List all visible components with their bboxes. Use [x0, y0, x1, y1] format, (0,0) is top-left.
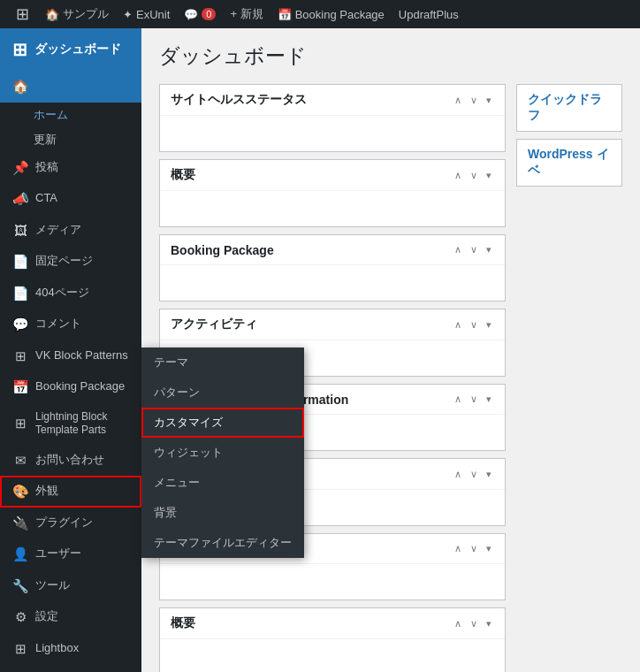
contact-icon: ✉ [12, 452, 28, 470]
sidebar-item-comments[interactable]: 💬 コメント [0, 309, 141, 340]
dropdown-widgets[interactable]: ウィジェット [141, 438, 304, 468]
widget-booking-controls: ∧ ∨ ▾ [452, 242, 494, 257]
widget-site-health-controls: ∧ ∨ ▾ [452, 93, 494, 108]
booking-sidebar-icon: 📅 [12, 378, 28, 396]
404-icon: 📄 [12, 285, 28, 302]
widget-summary2-controls: ∧ ∨ ▾ [452, 616, 494, 631]
widget-booking-up[interactable]: ∧ [452, 242, 464, 257]
lightbox-icon: ⊞ [12, 640, 28, 658]
widget-summary-body [160, 191, 505, 226]
widget-pv-body [160, 564, 505, 599]
sidebar-item-appearance[interactable]: 🎨 外観 [0, 476, 141, 508]
admin-bar-site[interactable]: 🏠 サンプル [38, 0, 116, 28]
widget-summary: 概要 ∧ ∨ ▾ [159, 159, 506, 227]
sidebar-item-cta[interactable]: 📣 CTA [0, 183, 141, 215]
sidebar-item-users[interactable]: 👤 ユーザー [0, 538, 141, 570]
widget-site-health-header: サイトヘルスステータス ∧ ∨ ▾ [160, 85, 505, 116]
admin-bar-exunit[interactable]: ✦ ExUnit [116, 0, 177, 28]
widget-activity-arrow[interactable]: ▾ [484, 317, 494, 332]
sidebar-sub-update[interactable]: 更新 [0, 127, 141, 152]
dropdown-menus[interactable]: メニュー [141, 468, 304, 498]
sidebar: ⊞ ダッシュボード 🏠 ホーム 更新 📌 投稿 📣 CTA 🖼 メディア [0, 28, 141, 672]
sidebar-item-contact[interactable]: ✉ お問い合わせ [0, 445, 141, 477]
dropdown-patterns[interactable]: パターン [141, 378, 304, 408]
widget-summary2-up[interactable]: ∧ [452, 616, 464, 631]
widget-collapse-up[interactable]: ∧ [452, 93, 464, 108]
sidebar-sub-home[interactable]: ホーム [0, 103, 141, 127]
widget-summary2: 概要 ∧ ∨ ▾ [159, 607, 506, 672]
main-layout: ⊞ ダッシュボード 🏠 ホーム 更新 📌 投稿 📣 CTA 🖼 メディア [0, 28, 640, 672]
comments-icon: 💬 [12, 316, 28, 333]
admin-bar-comments[interactable]: 💬 0 [177, 0, 223, 28]
widget-pv-up[interactable]: ∧ [452, 541, 464, 556]
widget-summary-controls: ∧ ∨ ▾ [452, 168, 494, 183]
widget-booking-arrow[interactable]: ▾ [484, 242, 494, 257]
home-icon: 🏠 [12, 78, 28, 95]
users-icon: 👤 [12, 546, 28, 563]
widget-collapse-down[interactable]: ∨ [468, 93, 480, 108]
sidebar-item-pages[interactable]: 📄 固定ページ [0, 246, 141, 278]
page-title: ダッシュボード [159, 42, 622, 70]
widget-vektor-controls: ∧ ∨ ▾ [452, 392, 494, 407]
widget-vektor-arrow[interactable]: ▾ [484, 392, 494, 407]
sidebar-item-posts[interactable]: 📌 投稿 [0, 152, 141, 184]
widget-pv-arrow[interactable]: ▾ [484, 541, 494, 556]
dropdown-background[interactable]: 背景 [141, 498, 304, 528]
site-icon: 🏠 [45, 8, 59, 21]
media-icon: 🖼 [12, 222, 28, 240]
widget-summary2-down[interactable]: ∨ [468, 616, 480, 631]
plugins-icon: 🔌 [12, 515, 28, 532]
wp-sidebar-icon: ⊞ [12, 39, 27, 60]
sidebar-item-booking[interactable]: 📅 Booking Package [0, 371, 141, 403]
admin-bar-updraft[interactable]: UpdraftPlus [392, 0, 466, 28]
dropdown-theme-editor[interactable]: テーマファイルエディター [141, 528, 304, 558]
dropdown-theme[interactable]: テーマ [141, 347, 304, 378]
exunit-icon: ✦ [123, 8, 133, 21]
sidebar-item-settings[interactable]: ⚙ 設定 [0, 601, 141, 633]
widget-vektor-up[interactable]: ∧ [452, 392, 464, 407]
widget-summary2-arrow[interactable]: ▾ [484, 616, 494, 631]
vk-block-icon: ⊞ [12, 347, 28, 365]
sidebar-item-vk-block[interactable]: ⊞ VK Block Patterns [0, 340, 141, 372]
booking-icon: 📅 [278, 8, 292, 21]
pages-icon: 📄 [12, 253, 28, 271]
widget-summary2-body [160, 639, 505, 672]
widget-dropdown-arrow[interactable]: ▾ [484, 93, 494, 108]
widget-booking-body [160, 265, 505, 301]
sidebar-item-plugins[interactable]: 🔌 プラグイン [0, 508, 141, 539]
widget-summary-up[interactable]: ∧ [452, 168, 464, 183]
sidebar-logo[interactable]: ⊞ ダッシュボード [0, 28, 141, 71]
widget-access-log-up[interactable]: ∧ [452, 467, 464, 482]
dropdown-customize[interactable]: カスタマイズ [141, 408, 304, 438]
widget-site-health-body [160, 116, 505, 151]
widget-access-log-arrow[interactable]: ▾ [484, 467, 494, 482]
widget-summary2-header: 概要 ∧ ∨ ▾ [160, 608, 505, 639]
widget-activity-up[interactable]: ∧ [452, 317, 464, 332]
widget-vektor-down[interactable]: ∨ [468, 392, 480, 407]
widget-activity-header: アクティビティ ∧ ∨ ▾ [160, 309, 505, 340]
sidebar-item-lightning[interactable]: ⊞ Lightning Block Template Parts [0, 403, 141, 445]
widget-access-log-controls: ∧ ∨ ▾ [452, 467, 494, 482]
comment-icon: 💬 [184, 8, 198, 21]
right-widget-wp-events: WordPress イベ [516, 139, 622, 187]
widget-booking-down[interactable]: ∨ [468, 242, 480, 257]
widget-booking-header: Booking Package ∧ ∨ ▾ [160, 235, 505, 265]
widget-access-log-down[interactable]: ∨ [468, 467, 480, 482]
admin-bar-booking[interactable]: 📅 Booking Package [270, 0, 392, 28]
posts-icon: 📌 [12, 159, 28, 177]
sidebar-item-404[interactable]: 📄 404ページ [0, 278, 141, 309]
widget-pv-down[interactable]: ∨ [468, 541, 480, 556]
sidebar-item-tools[interactable]: 🔧 ツール [0, 570, 141, 602]
widget-summary-down[interactable]: ∨ [468, 168, 480, 183]
sidebar-item-lightbox[interactable]: ⊞ Lightbox [0, 633, 141, 665]
widget-site-health: サイトヘルスステータス ∧ ∨ ▾ [159, 84, 506, 152]
admin-bar: ⊞ 🏠 サンプル ✦ ExUnit 💬 0 + 新規 📅 Booking Pac… [0, 0, 640, 28]
widget-booking: Booking Package ∧ ∨ ▾ [159, 234, 506, 302]
sidebar-item-media[interactable]: 🖼 メディア [0, 215, 141, 247]
appearance-dropdown-menu: テーマ パターン カスタマイズ ウィジェット メニュー 背景 テーマファイルエデ… [141, 347, 304, 558]
admin-bar-new[interactable]: + 新規 [223, 0, 270, 28]
widget-activity-down[interactable]: ∨ [468, 317, 480, 332]
sidebar-item-home[interactable]: 🏠 [0, 71, 141, 103]
widget-summary-arrow[interactable]: ▾ [484, 168, 494, 183]
wp-logo-button[interactable]: ⊞ [7, 0, 38, 28]
